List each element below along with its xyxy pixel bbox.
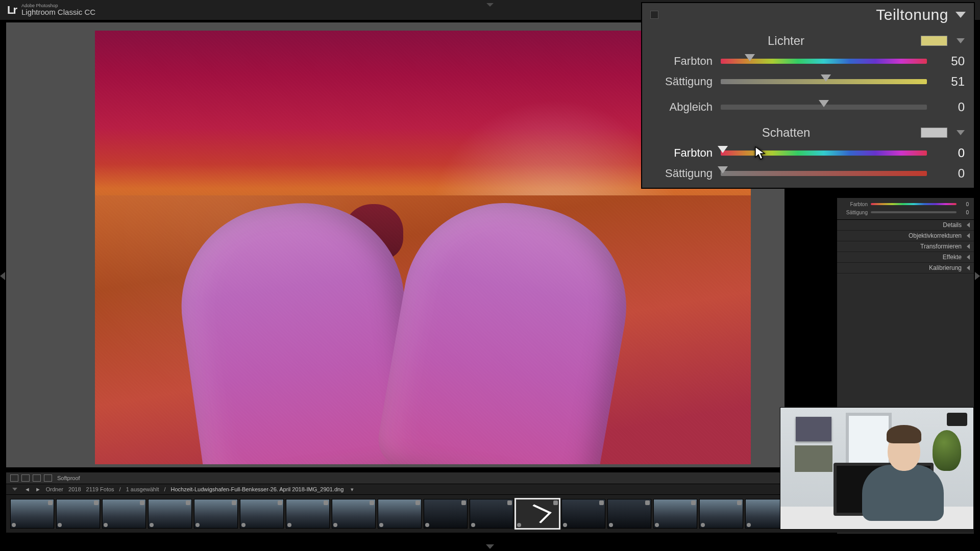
folder-label: Ordner bbox=[46, 486, 63, 492]
app-logo: Lr bbox=[7, 4, 16, 17]
panel-title: Teiltonung bbox=[876, 6, 948, 23]
balance-value[interactable]: 0 bbox=[935, 100, 965, 114]
mini-shadows-sliders: Farbton 0 Sättigung 0 bbox=[837, 198, 974, 220]
mini-hue-slider[interactable] bbox=[871, 203, 957, 205]
shadows-sat-row: Sättigung 0 bbox=[642, 163, 974, 188]
panel-item-transformieren[interactable]: Transformieren bbox=[837, 241, 974, 252]
app-name: Lightroom Classic CC bbox=[21, 8, 95, 17]
highlights-sat-slider[interactable] bbox=[721, 79, 927, 84]
thumbnail[interactable] bbox=[10, 499, 54, 529]
shadows-hue-value[interactable]: 0 bbox=[935, 146, 965, 160]
view-compare-icon[interactable] bbox=[21, 474, 30, 482]
mini-hue-label: Farbton bbox=[842, 202, 868, 207]
chevron-left-icon bbox=[967, 233, 970, 238]
photo-count: 2119 Fotos bbox=[86, 486, 114, 492]
chevron-left-icon bbox=[967, 265, 970, 270]
highlights-heading: Lichter bbox=[651, 34, 921, 48]
highlights-sat-value[interactable]: 51 bbox=[935, 74, 965, 89]
chevron-left-icon bbox=[967, 255, 970, 260]
chevron-left-icon bbox=[967, 222, 970, 228]
nav-menu-icon[interactable] bbox=[12, 488, 17, 491]
thumbnail[interactable] bbox=[516, 499, 559, 529]
expand-right-handle[interactable] bbox=[974, 269, 980, 282]
webcam-overlay bbox=[780, 407, 974, 530]
mini-sat-label: Sättigung bbox=[842, 210, 868, 215]
panel-item-effekte[interactable]: Effekte bbox=[837, 252, 974, 263]
panel-item-kalibrierung[interactable]: Kalibrierung bbox=[837, 263, 974, 273]
highlights-swatch[interactable] bbox=[921, 36, 947, 46]
balance-label: Abgleich bbox=[651, 101, 713, 114]
softproof-label[interactable]: Softproof bbox=[57, 475, 80, 481]
shadows-header: Schatten bbox=[642, 122, 974, 143]
thumbnail[interactable] bbox=[607, 499, 651, 529]
panel-accordion: DetailsObjektivkorrekturenTransformieren… bbox=[837, 220, 974, 273]
mini-sat-value[interactable]: 0 bbox=[960, 210, 969, 215]
highlights-hue-value[interactable]: 50 bbox=[935, 54, 965, 68]
highlights-picker-icon[interactable] bbox=[957, 38, 965, 43]
nav-fwd-icon[interactable]: ► bbox=[35, 486, 41, 492]
shadows-sat-slider[interactable] bbox=[721, 171, 927, 176]
thumbnail[interactable] bbox=[148, 499, 192, 529]
selected-count: 1 ausgewählt bbox=[126, 486, 159, 492]
chevron-left-icon bbox=[967, 244, 970, 249]
shadows-swatch[interactable] bbox=[921, 128, 947, 138]
shadows-hue-row: Farbton 0 bbox=[642, 143, 974, 163]
expand-left-handle[interactable] bbox=[0, 269, 6, 282]
balance-row: Abgleich 0 bbox=[642, 97, 974, 117]
thumbnail[interactable] bbox=[194, 499, 238, 529]
thumbnail[interactable] bbox=[240, 499, 284, 529]
collapse-top-handle[interactable] bbox=[484, 2, 496, 7]
thumbnail[interactable] bbox=[102, 499, 146, 529]
panel-toggle-switch[interactable] bbox=[650, 11, 658, 19]
view-loupe-icon[interactable] bbox=[10, 474, 18, 482]
folder-name[interactable]: 2018 bbox=[68, 486, 81, 492]
thumbnail[interactable] bbox=[378, 499, 422, 529]
shadows-sat-label: Sättigung bbox=[651, 167, 713, 180]
thumbnail[interactable] bbox=[424, 499, 468, 529]
thumbnail[interactable] bbox=[653, 499, 697, 529]
panel-item-objektivkorrekturen[interactable]: Objektivkorrekturen bbox=[837, 231, 974, 241]
collapse-bottom-handle[interactable] bbox=[486, 544, 494, 549]
shadows-hue-slider[interactable] bbox=[721, 151, 927, 156]
highlights-hue-label: Farbton bbox=[651, 55, 713, 68]
balance-slider[interactable] bbox=[721, 105, 927, 110]
thumbnail[interactable] bbox=[470, 499, 513, 529]
highlights-hue-slider[interactable] bbox=[721, 59, 927, 64]
thumbnail[interactable] bbox=[699, 499, 743, 529]
view-survey-icon[interactable] bbox=[33, 474, 41, 482]
mini-sat-slider[interactable] bbox=[871, 211, 957, 213]
highlights-header: Lichter bbox=[642, 31, 974, 51]
shadows-heading: Schatten bbox=[651, 126, 921, 140]
panel-item-details[interactable]: Details bbox=[837, 220, 974, 231]
thumbnail[interactable] bbox=[56, 499, 100, 529]
nav-back-icon[interactable]: ◄ bbox=[24, 486, 30, 492]
view-grid-icon[interactable] bbox=[44, 474, 52, 482]
highlights-hue-row: Farbton 50 bbox=[642, 51, 974, 71]
shadows-sat-value[interactable]: 0 bbox=[935, 166, 965, 181]
shadows-hue-label: Farbton bbox=[651, 146, 713, 160]
thumbnail[interactable] bbox=[332, 499, 376, 529]
highlights-sat-label: Sättigung bbox=[651, 75, 713, 88]
split-toning-panel: Teiltonung Lichter Farbton 50 Sättigung … bbox=[642, 3, 974, 188]
shadows-picker-icon[interactable] bbox=[957, 130, 965, 135]
mini-hue-value[interactable]: 0 bbox=[960, 202, 969, 207]
panel-collapse-icon[interactable] bbox=[955, 12, 966, 18]
highlights-sat-row: Sättigung 51 bbox=[642, 71, 974, 92]
current-filename: Hochzeit-Ludwigshafen-Full-Benkesser-26.… bbox=[171, 486, 344, 492]
thumbnail[interactable] bbox=[286, 499, 330, 529]
thumbnail[interactable] bbox=[561, 499, 605, 529]
